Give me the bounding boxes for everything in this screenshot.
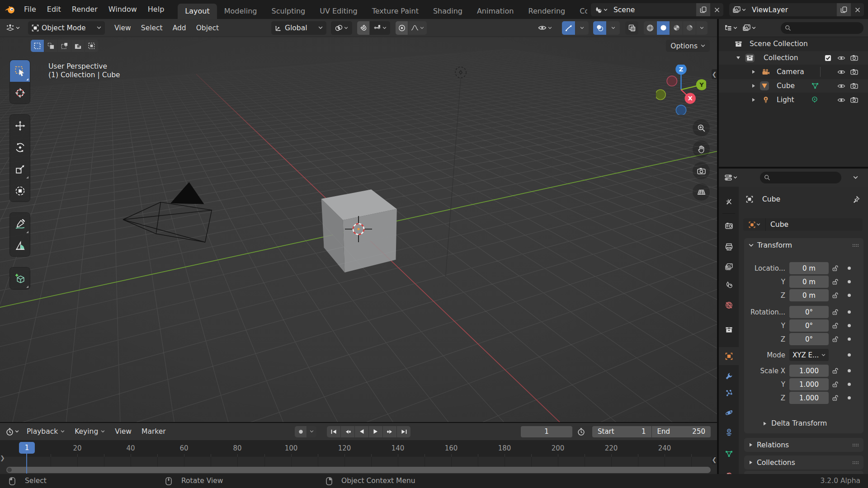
editor-type-button[interactable]	[0, 24, 23, 32]
outliner-display-mode-button[interactable]	[719, 25, 740, 31]
tab-output[interactable]	[719, 238, 739, 256]
scale-x-lock-toggle[interactable]	[832, 367, 839, 374]
outliner-row-light[interactable]: Light	[719, 93, 868, 107]
pan-button[interactable]	[693, 141, 710, 158]
tool-select-box[interactable]	[10, 60, 30, 82]
outliner-search-input[interactable]	[781, 22, 863, 34]
scale-y-animate-dot[interactable]	[848, 383, 851, 386]
object-id-browse[interactable]	[743, 218, 766, 231]
hide-in-viewport-toggle[interactable]	[838, 99, 845, 101]
menu-marker[interactable]: Marker	[137, 427, 171, 436]
scrollbar-zoom-handle[interactable]	[7, 468, 12, 472]
hide-in-viewport-toggle[interactable]	[838, 56, 845, 59]
menu-edit[interactable]: Edit	[42, 0, 66, 19]
location-x-field[interactable]: 0 m	[789, 262, 829, 274]
location-z-field[interactable]: 0 m	[789, 289, 829, 301]
rotation-z-field[interactable]: 0°	[789, 333, 829, 345]
relations-panel-header[interactable]: Relations	[744, 438, 863, 452]
area-separator[interactable]	[717, 19, 719, 474]
shading-solid-button[interactable]	[657, 21, 670, 35]
rotation-z-lock-toggle[interactable]	[832, 336, 839, 343]
current-frame-field[interactable]: 1	[521, 426, 572, 437]
object-name-field[interactable]: Cube	[743, 218, 863, 231]
play-button[interactable]	[369, 426, 382, 437]
area-separator[interactable]	[0, 422, 717, 423]
rotation-mode-animate-dot[interactable]	[848, 353, 851, 357]
scale-z-animate-dot[interactable]	[848, 396, 851, 399]
snap-mode-dropdown[interactable]	[370, 21, 390, 35]
tab-uv-editing[interactable]: UV Editing	[312, 4, 364, 19]
options-dropdown[interactable]: Options	[666, 40, 710, 52]
menu-object[interactable]: Object	[191, 24, 224, 32]
auto-keying-dropdown[interactable]	[307, 426, 316, 437]
location-x-lock-toggle[interactable]	[832, 265, 839, 272]
tab-modeling[interactable]: Modeling	[217, 4, 264, 19]
shading-material-button[interactable]	[670, 21, 683, 35]
tool-rotate[interactable]	[10, 136, 30, 158]
scale-z-lock-toggle[interactable]	[832, 394, 839, 401]
disable-in-renders-toggle[interactable]	[851, 83, 858, 89]
timeline-editor-type-button[interactable]	[0, 428, 22, 436]
scene-unlink-button[interactable]	[710, 3, 723, 16]
transform-panel-header[interactable]: Transform	[744, 238, 863, 253]
delta-transform-subpanel[interactable]: Delta Transform	[744, 417, 863, 430]
disable-in-renders-toggle[interactable]	[851, 55, 858, 61]
tab-compositing[interactable]: Compositing	[572, 4, 587, 19]
outliner-row-collection[interactable]: Collection	[719, 51, 868, 65]
scale-z-field[interactable]: 1.000	[789, 392, 829, 404]
rotation-y-field[interactable]: 0°	[789, 319, 829, 332]
panel-drag-grip[interactable]	[852, 460, 859, 465]
tool-measure[interactable]	[10, 235, 30, 256]
menu-view[interactable]: View	[110, 427, 137, 436]
properties-search-input[interactable]	[760, 172, 841, 183]
tool-transform[interactable]	[10, 180, 30, 202]
snap-toggle[interactable]	[357, 21, 369, 35]
select-mode-invert[interactable]	[71, 40, 85, 52]
tool-cursor[interactable]	[10, 82, 30, 103]
location-y-animate-dot[interactable]	[848, 280, 851, 283]
shading-dropdown[interactable]	[696, 21, 708, 35]
tab-rendering[interactable]: Rendering	[521, 4, 573, 19]
menu-playback[interactable]: Playback	[22, 427, 70, 436]
collection-checkbox[interactable]	[825, 55, 831, 61]
tab-object-data[interactable]	[719, 445, 739, 463]
scene-copy-button[interactable]	[696, 3, 710, 16]
rotation-x-lock-toggle[interactable]	[832, 309, 839, 315]
proportional-edit-toggle[interactable]	[396, 21, 408, 35]
rotation-mode-dropdown[interactable]: XYZ E...	[789, 349, 829, 361]
show-overlays-toggle[interactable]	[593, 21, 606, 35]
disable-in-renders-toggle[interactable]	[851, 69, 858, 75]
scene-browse-button[interactable]	[591, 3, 610, 16]
tab-physics[interactable]	[719, 404, 739, 422]
jump-to-start-button[interactable]	[327, 426, 340, 437]
viewlayer-name-field[interactable]: ViewLayer	[748, 6, 837, 14]
use-preview-range-toggle[interactable]	[577, 428, 585, 436]
rotation-z-animate-dot[interactable]	[848, 338, 851, 341]
previous-keyframe-button[interactable]	[341, 426, 354, 437]
tool-scale[interactable]	[10, 158, 30, 180]
tab-animation[interactable]: Animation	[470, 4, 521, 19]
tool-add-cube[interactable]	[10, 267, 30, 289]
menu-select[interactable]: Select	[136, 24, 168, 32]
outliner-filter-button[interactable]	[740, 24, 759, 31]
proportional-falloff-dropdown[interactable]	[408, 21, 427, 35]
select-mode-intersect[interactable]	[85, 40, 98, 52]
viewlayer-remove-button[interactable]	[851, 3, 864, 16]
tab-layout[interactable]: Layout	[178, 4, 217, 19]
auto-keying-toggle[interactable]	[295, 426, 307, 437]
pin-id-button[interactable]	[853, 196, 860, 203]
shading-wireframe-button[interactable]	[644, 21, 656, 35]
tab-texture-paint[interactable]: Texture Paint	[365, 4, 426, 19]
shading-rendered-button[interactable]	[683, 21, 696, 35]
scale-y-lock-toggle[interactable]	[832, 381, 839, 388]
menu-window[interactable]: Window	[103, 0, 142, 19]
tab-tool[interactable]	[719, 192, 739, 211]
hide-in-viewport-toggle[interactable]	[838, 70, 845, 73]
timeline-expand-button[interactable]: ❯	[0, 455, 5, 461]
location-x-animate-dot[interactable]	[848, 267, 851, 270]
gizmo-axis-minus-x[interactable]	[667, 76, 677, 86]
outliner-row-scene-collection[interactable]: Scene Collection	[719, 37, 868, 51]
location-z-animate-dot[interactable]	[848, 294, 851, 297]
blender-menu-button[interactable]	[0, 5, 19, 14]
menu-view[interactable]: View	[109, 24, 136, 32]
